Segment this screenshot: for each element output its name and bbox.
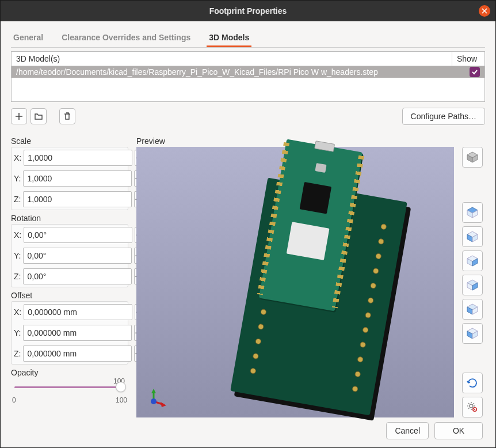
transform-panel: Scale X: − + Y: − + Z: (11, 136, 128, 417)
model-table-header: 3D Model(s) Show (12, 52, 484, 66)
cancel-button[interactable]: Cancel (386, 422, 429, 439)
bootsel-button (315, 163, 326, 173)
svg-marker-1 (151, 389, 156, 393)
cube-top-icon (466, 206, 479, 219)
view-tools (462, 147, 485, 417)
model-toolbar: Configure Paths… (11, 108, 485, 125)
offset-y-row: Y: − + (12, 322, 128, 343)
opacity-group: Opacity 100 0 100 (11, 368, 128, 404)
scale-y-input[interactable] (23, 170, 132, 187)
scale-x-row: X: − + (12, 147, 128, 168)
cube-left-icon (466, 303, 479, 316)
opacity-label: Opacity (11, 368, 128, 377)
add-model-button[interactable] (11, 108, 27, 124)
cube-iso-icon (466, 151, 479, 164)
cube-bottom-icon (466, 230, 479, 243)
view-iso-button[interactable] (462, 147, 483, 168)
tab-general[interactable]: General (11, 28, 45, 47)
view-top-button[interactable] (462, 202, 483, 223)
opacity-range-labels: 0 100 (11, 396, 128, 404)
ok-button[interactable]: OK (434, 422, 483, 439)
opacity-thumb[interactable] (116, 382, 126, 392)
svg-point-28 (474, 409, 475, 410)
scale-group: X: − + Y: − + Z: − + (11, 147, 128, 210)
svg-marker-3 (161, 402, 166, 407)
axis-z: Z: (14, 195, 21, 204)
close-icon (482, 8, 487, 14)
cube-back-icon (466, 279, 479, 291)
gear-icon (467, 401, 478, 413)
axis-gizmo (147, 389, 166, 408)
settings-button[interactable] (462, 397, 483, 417)
reload-button[interactable] (462, 373, 483, 393)
plus-icon (14, 112, 24, 121)
svg-point-26 (470, 404, 473, 408)
scale-y-row: Y: − + (12, 168, 128, 189)
rotation-group: X: − + Y: − + Z: − + (11, 224, 128, 287)
model-header-name: 3D Model(s) (12, 52, 452, 66)
scale-z-row: Z: − + (12, 189, 128, 210)
titlebar: Footprint Properties (1, 1, 495, 21)
wifi-shield (287, 222, 330, 260)
window-close-button[interactable] (479, 5, 490, 17)
axis-y: Y: (14, 174, 21, 183)
view-left-button[interactable] (462, 299, 483, 320)
view-right-button[interactable] (462, 323, 483, 344)
opacity-max: 100 (116, 396, 127, 404)
tab-bar: General Clearance Overrides and Settings… (11, 28, 485, 48)
rotation-label: Rotation (11, 214, 128, 223)
opacity-min: 0 (12, 396, 16, 404)
scale-x-input[interactable] (24, 150, 132, 166)
axis-x: X: (14, 153, 21, 162)
rotation-x-input[interactable] (24, 227, 132, 243)
footprint-properties-dialog: Footprint Properties General Clearance O… (0, 0, 496, 448)
dialog-title: Footprint Properties (209, 6, 287, 16)
rotation-z-input[interactable] (23, 268, 132, 284)
model-row-path: /home/teodor/Documents/kicad_files/Raspb… (12, 66, 452, 78)
configure-paths-button[interactable]: Configure Paths… (402, 108, 485, 125)
reload-icon (467, 377, 478, 389)
rotation-y-row: Y: − + (12, 245, 128, 266)
offset-x-input[interactable] (24, 304, 132, 320)
preview-viewport[interactable]: REF** (136, 147, 454, 417)
rotation-z-row: Z: − + (12, 266, 128, 287)
scale-z-input[interactable] (23, 191, 132, 207)
scale-label: Scale (11, 136, 128, 146)
model-header-show: Show (452, 52, 484, 66)
svg-point-4 (151, 398, 157, 404)
opacity-slider-wrap: 100 (11, 378, 128, 394)
view-bottom-button[interactable] (462, 226, 483, 247)
delete-model-button[interactable] (59, 108, 75, 124)
dialog-footer: Cancel OK (11, 421, 485, 439)
dialog-content: General Clearance Overrides and Settings… (1, 21, 495, 447)
folder-icon (34, 112, 43, 121)
offset-y-input[interactable] (23, 325, 132, 341)
cube-front-icon (466, 255, 479, 267)
offset-z-row: Z: − + (12, 343, 128, 364)
model-table: 3D Model(s) Show /home/teodor/Documents/… (11, 51, 485, 102)
rotation-y-input[interactable] (23, 248, 132, 264)
view-front-button[interactable] (462, 250, 483, 271)
tab-3d-models[interactable]: 3D Models (207, 28, 251, 47)
main-row: Scale X: − + Y: − + Z: (11, 136, 485, 417)
offset-label: Offset (11, 291, 128, 300)
offset-z-input[interactable] (23, 346, 132, 362)
model-row[interactable]: /home/teodor/Documents/kicad_files/Raspb… (12, 66, 484, 78)
view-back-button[interactable] (462, 275, 483, 295)
tab-clearance[interactable]: Clearance Overrides and Settings (59, 28, 193, 47)
rotation-x-row: X: − + (12, 225, 128, 245)
offset-group: X: − + Y: − + Z: − + (11, 301, 128, 365)
offset-x-row: X: − + (12, 302, 128, 322)
browse-model-button[interactable] (30, 108, 47, 124)
check-icon (471, 69, 478, 75)
cube-right-icon (466, 327, 479, 340)
preview-panel: Preview REF** (136, 136, 454, 417)
model-row-show-cell (452, 66, 484, 78)
opacity-slider[interactable] (14, 386, 125, 388)
trash-icon (63, 112, 72, 121)
model-show-checkbox[interactable] (470, 67, 480, 77)
rp2040-chip (300, 182, 332, 214)
